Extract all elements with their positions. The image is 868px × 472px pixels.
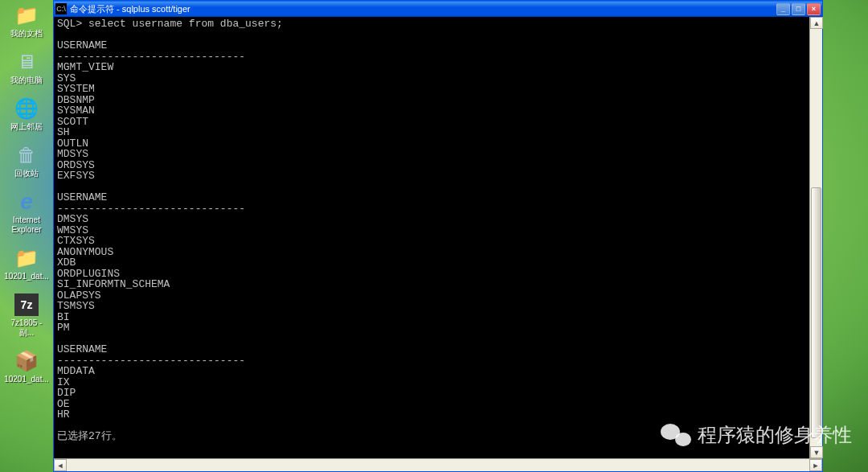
ie-icon: e (14, 189, 39, 215)
desktop-icon-7z[interactable]: 7z 7z1805 - 副... (2, 292, 51, 338)
scroll-left-button[interactable]: ◄ (54, 459, 67, 471)
desktop-icon-label: 10201_dat... (4, 375, 49, 384)
desktop-icon-recycle-bin[interactable]: 🗑 回收站 (2, 142, 51, 179)
desktop-icon-folder-1[interactable]: 📁 10201_dat... (2, 245, 51, 281)
horizontal-scrollbar[interactable]: ◄ ► (54, 458, 822, 471)
desktop-icon-label: 7z1805 - 副... (2, 318, 51, 338)
desktop-icon-my-documents[interactable]: 📁 我的文档 (2, 2, 51, 39)
desktop-icon-my-computer[interactable]: 🖥 我的电脑 (2, 49, 51, 85)
desktop-icon-label: 10201_dat... (4, 272, 49, 281)
watermark-text: 程序猿的修身养性 (698, 422, 852, 448)
desktop-icon-label: 回收站 (14, 169, 39, 179)
window-controls: _ □ × (776, 3, 821, 15)
wechat-icon (661, 422, 691, 448)
scroll-up-button[interactable]: ▲ (810, 17, 823, 29)
close-button[interactable]: × (807, 3, 821, 15)
window-title: 命令提示符 - sqlplus scott/tiger (70, 3, 776, 15)
desktop-icon-label: 我的电脑 (10, 76, 43, 85)
command-prompt-window: C:\ 命令提示符 - sqlplus scott/tiger _ □ × SQ… (53, 0, 823, 472)
watermark: 程序猿的修身养性 (661, 422, 852, 448)
my-computer-icon: 🖥 (14, 49, 39, 75)
recycle-bin-icon: 🗑 (14, 142, 39, 168)
vertical-scrollbar[interactable]: ▲ ▼ (809, 17, 822, 458)
7z-icon: 7z (14, 292, 39, 318)
desktop-icon-network[interactable]: 🌐 网上邻居 (2, 96, 51, 132)
desktop-icon-label: 网上邻居 (10, 122, 43, 132)
desktop-icon-label: Internet Explorer (2, 215, 51, 235)
desktop-icons-container: 📁 我的文档 🖥 我的电脑 🌐 网上邻居 🗑 回收站 e Internet Ex… (2, 2, 51, 384)
scroll-down-button[interactable]: ▼ (810, 446, 823, 458)
desktop-icon-label: 我的文档 (10, 29, 43, 39)
network-icon: 🌐 (14, 96, 39, 121)
minimize-button[interactable]: _ (776, 3, 790, 15)
desktop-icon-zip[interactable]: 📦 10201_dat... (2, 348, 51, 384)
desktop-background: 📁 我的文档 🖥 我的电脑 🌐 网上邻居 🗑 回收站 e Internet Ex… (0, 0, 868, 472)
scroll-right-button[interactable]: ► (809, 459, 822, 471)
scroll-track-h[interactable] (67, 459, 809, 471)
terminal-output[interactable]: SQL> select username from dba_users; USE… (54, 17, 822, 458)
desktop-icon-ie[interactable]: e Internet Explorer (2, 189, 51, 235)
folder-icon: 📁 (14, 245, 39, 271)
cmd-icon: C:\ (55, 3, 67, 14)
zip-icon: 📦 (14, 348, 39, 374)
window-titlebar[interactable]: C:\ 命令提示符 - sqlplus scott/tiger _ □ × (54, 1, 822, 17)
my-documents-icon: 📁 (14, 2, 39, 28)
scroll-thumb[interactable] (811, 187, 821, 437)
maximize-button[interactable]: □ (792, 3, 805, 15)
scroll-track-v[interactable] (810, 29, 822, 446)
